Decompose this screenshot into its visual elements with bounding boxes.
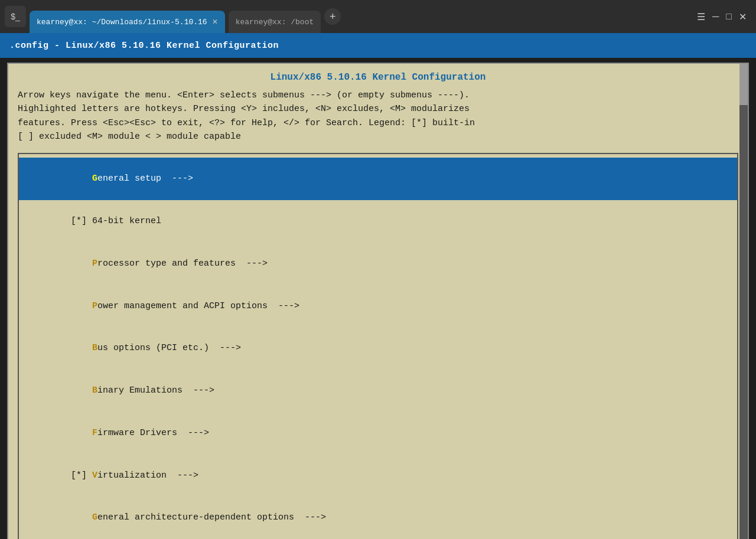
hotkey-G: G (92, 174, 97, 184)
close-button[interactable]: ✕ (739, 11, 747, 22)
tab-boot-label: kearney@xx: /boot (236, 18, 314, 27)
titlebar: $_ kearney@xx: ~/Downloads/linux-5.10.16… (0, 0, 756, 33)
hotkey-P2: P (92, 301, 97, 311)
menu-item-virtualization[interactable]: [*] Virtualization ---> (19, 454, 737, 496)
scrollbar-track[interactable] (739, 64, 748, 539)
new-tab-icon: + (330, 11, 336, 23)
maximize-button[interactable]: □ (726, 11, 732, 22)
menu-item-bus[interactable]: Bus options (PCI etc.) ---> (19, 327, 737, 370)
menu-item-firmware[interactable]: Firmware Drivers ---> (19, 412, 737, 455)
hotkey-G2: G (92, 512, 97, 522)
hotkey-P1: P (92, 259, 97, 269)
kernel-config-header: Linux/x86 5.10.16 Kernel Configuration (271, 72, 486, 83)
help-line-1: Arrow keys navigate the menu. <Enter> se… (18, 89, 738, 102)
hotkey-B2: B (92, 386, 97, 396)
terminal-icon: $_ (11, 12, 20, 21)
menu-item-power[interactable]: Power management and ACPI options ---> (19, 285, 737, 327)
help-text: Arrow keys navigate the menu. <Enter> se… (18, 89, 738, 143)
maximize-icon: □ (726, 11, 732, 21)
menu-icon: ☰ (697, 12, 705, 22)
window-title: .config - Linux/x86 5.10.16 Kernel Confi… (9, 41, 279, 51)
hotkey-F: F (92, 428, 97, 438)
new-tab-button[interactable]: + (324, 8, 341, 25)
terminal-icon-button[interactable]: $_ (5, 6, 26, 27)
hotkey-V: V (92, 471, 97, 481)
tab-downloads[interactable]: kearney@xx: ~/Downloads/linux-5.10.16 ✕ (30, 11, 225, 33)
menu-button[interactable]: ☰ (697, 11, 705, 22)
tab-boot[interactable]: kearney@xx: /boot (229, 11, 321, 33)
minimize-button[interactable]: ─ (712, 11, 719, 22)
menu-item-processor[interactable]: Processor type and features ---> (19, 243, 737, 285)
help-line-4: [ ] excluded <M> module < > module capab… (18, 130, 738, 143)
menu-item-binary[interactable]: Binary Emulations ---> (19, 370, 737, 412)
hotkey-B1: B (92, 343, 97, 353)
scrollbar-thumb[interactable] (739, 64, 748, 105)
tab-downloads-close[interactable]: ✕ (212, 18, 218, 26)
titlebar-left: $_ kearney@xx: ~/Downloads/linux-5.10.16… (5, 5, 695, 28)
menu-item-arch[interactable]: General architecture-dependent options -… (19, 496, 737, 539)
menu-item-64bit[interactable]: [*] 64-bit kernel (19, 200, 737, 243)
window-titlebar: .config - Linux/x86 5.10.16 Kernel Confi… (0, 33, 756, 58)
help-line-3: features. Press <Esc><Esc> to exit, <?> … (18, 116, 738, 130)
tab-downloads-label: kearney@xx: ~/Downloads/linux-5.10.16 (37, 18, 207, 27)
minimize-icon: ─ (712, 11, 719, 21)
help-line-2: Highlighted letters are hotkeys. Pressin… (18, 102, 738, 116)
titlebar-right: ☰ ─ □ ✕ (697, 11, 751, 22)
close-icon: ✕ (739, 12, 747, 22)
menu-item-general-setup[interactable]: General setup ---> (19, 158, 737, 200)
